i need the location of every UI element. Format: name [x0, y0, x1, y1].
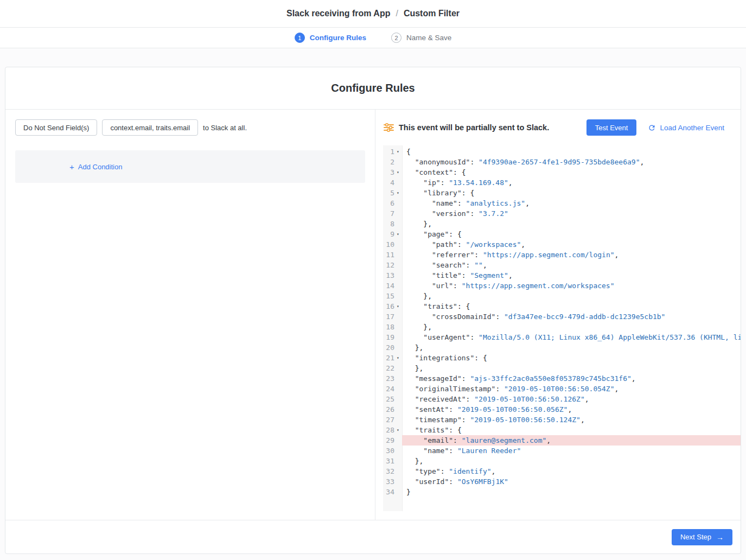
load-another-event-label: Load Another Event — [660, 124, 724, 132]
rules-panel: Do Not Send Field(s) context.email, trai… — [5, 110, 375, 520]
code-line-content: "receivedAt": "2019-05-10T00:56:50.126Z"… — [402, 394, 741, 404]
code-line-content: "path": "/workspaces", — [402, 239, 741, 250]
line-number: 22 — [383, 363, 394, 373]
code-line: 14 "url": "https://app.segment.com/works… — [383, 281, 741, 291]
fold-toggle-icon[interactable]: ▾ — [394, 301, 401, 311]
line-number: 25 — [383, 394, 394, 404]
code-line-content: }, — [402, 291, 741, 301]
fold-toggle-icon[interactable]: ▾ — [394, 188, 401, 198]
breadcrumb-separator: / — [396, 9, 398, 18]
rule-suffix-text: to Slack at all. — [203, 124, 247, 132]
code-line-content: "search": "", — [402, 260, 741, 270]
line-number-gutter: 14 — [383, 281, 402, 291]
code-line: 13 "title": "Segment", — [383, 270, 741, 281]
line-number: 9 — [383, 229, 394, 239]
code-line-content: "traits": { — [402, 301, 741, 311]
code-line-content: }, — [402, 322, 741, 332]
line-number: 10 — [383, 239, 394, 250]
load-another-event-button[interactable]: Load Another Event — [648, 124, 724, 132]
code-line-content: "page": { — [402, 229, 741, 239]
stepper: 1 Configure Rules 2 Name & Save — [0, 28, 746, 48]
code-line: 2 "anonymousId": "4f9390ae-2657-4fe1-9d9… — [383, 157, 741, 167]
code-line: 31 }, — [383, 456, 741, 466]
filter-icon — [384, 123, 394, 132]
do-not-send-fields-button[interactable]: Do Not Send Field(s) — [15, 119, 97, 136]
step-name-save[interactable]: 2 Name & Save — [391, 33, 451, 43]
line-number: 6 — [383, 198, 394, 208]
fold-toggle-icon[interactable]: ▾ — [394, 425, 401, 435]
line-number: 12 — [383, 260, 394, 270]
step-2-circle: 2 — [391, 33, 401, 43]
line-number: 24 — [383, 384, 394, 394]
fold-toggle-icon[interactable]: ▾ — [394, 229, 401, 239]
line-number: 18 — [383, 322, 394, 332]
line-number-gutter: 20 — [383, 342, 402, 353]
line-number: 11 — [383, 250, 394, 260]
page-title: Configure Rules — [5, 67, 741, 110]
line-number: 4 — [383, 177, 394, 188]
card-footer: Next Step → — [5, 520, 741, 553]
breadcrumb-parent[interactable]: Slack receiving from App — [286, 9, 390, 18]
code-line-highlighted: 29 "email": "lauren@segment.com", — [383, 435, 741, 446]
fold-toggle-icon[interactable]: ▾ — [394, 147, 401, 157]
code-line: 23 "messageId": "ajs-33ffc2ac0a550e8f053… — [383, 373, 741, 384]
line-number: 15 — [383, 291, 394, 301]
code-line: 32 "type": "identify", — [383, 466, 741, 476]
code-line-content: "referrer": "https://app.segment.com/log… — [402, 250, 741, 260]
line-number: 26 — [383, 404, 394, 415]
line-number-gutter: 11 — [383, 250, 402, 260]
code-line-content: }, — [402, 456, 741, 466]
line-number: 3 — [383, 167, 394, 177]
code-line-content: "timestamp": "2019-05-10T00:56:50.124Z", — [402, 415, 741, 425]
code-line: 16▾ "traits": { — [383, 301, 741, 311]
fields-list-button[interactable]: context.email, traits.email — [102, 119, 198, 136]
fold-toggle-icon[interactable]: ▾ — [394, 353, 401, 363]
configure-rules-card: Configure Rules Do Not Send Field(s) con… — [5, 67, 741, 554]
step-1-circle: 1 — [295, 33, 305, 43]
arrow-right-icon: → — [716, 533, 724, 541]
code-line: 9▾ "page": { — [383, 229, 741, 239]
fold-toggle-icon[interactable]: ▾ — [394, 167, 401, 177]
code-line-content: "ip": "13.54.169.48", — [402, 177, 741, 188]
line-number: 14 — [383, 281, 394, 291]
code-line: 5▾ "library": { — [383, 188, 741, 198]
line-number-gutter: 6 — [383, 198, 402, 208]
line-number-gutter: 30 — [383, 446, 402, 456]
code-line: 18 }, — [383, 322, 741, 332]
code-line-content: "anonymousId": "4f9390ae-2657-4fe1-9d95-… — [402, 157, 741, 167]
code-line-content: "originalTimestamp": "2019-05-10T00:56:5… — [402, 384, 741, 394]
line-number: 2 — [383, 157, 394, 167]
code-line: 10 "path": "/workspaces", — [383, 239, 741, 250]
event-preview-panel: This event will be partially sent to Sla… — [375, 110, 741, 520]
code-line: 21▾ "integrations": { — [383, 353, 741, 363]
code-editor[interactable]: 1▾{2 "anonymousId": "4f9390ae-2657-4fe1-… — [383, 145, 741, 511]
line-number: 19 — [383, 332, 394, 342]
line-number: 5 — [383, 188, 394, 198]
code-line: 33 "userId": "OsY6MFBj1K" — [383, 476, 741, 487]
next-step-button[interactable]: Next Step → — [672, 529, 732, 545]
breadcrumb: Slack receiving from App / Custom Filter — [286, 9, 460, 18]
line-number-gutter: 12 — [383, 260, 402, 270]
test-event-button[interactable]: Test Event — [586, 119, 637, 136]
code-line-content: "name": "analytics.js", — [402, 198, 741, 208]
top-bar: Slack receiving from App / Custom Filter — [0, 0, 746, 28]
rule-row: Do Not Send Field(s) context.email, trai… — [15, 119, 365, 136]
breadcrumb-current: Custom Filter — [404, 9, 460, 18]
line-number: 20 — [383, 342, 394, 353]
add-condition-button[interactable]: + Add Condition — [69, 163, 122, 171]
line-number-gutter: 23 — [383, 373, 402, 384]
code-line-content: "traits": { — [402, 425, 741, 435]
line-number: 13 — [383, 270, 394, 281]
code-line-content: "type": "identify", — [402, 466, 741, 476]
code-line: 28▾ "traits": { — [383, 425, 741, 435]
line-number: 30 — [383, 446, 394, 456]
line-number-gutter: 15 — [383, 291, 402, 301]
code-line-content: "title": "Segment", — [402, 270, 741, 281]
add-condition-label: Add Condition — [78, 163, 123, 171]
step-1-label: Configure Rules — [310, 34, 366, 42]
add-condition-area: + Add Condition — [15, 150, 365, 183]
code-line: 3▾ "context": { — [383, 167, 741, 177]
step-configure-rules[interactable]: 1 Configure Rules — [295, 33, 366, 43]
code-line: 30 "name": "Lauren Reeder" — [383, 446, 741, 456]
line-number: 32 — [383, 466, 394, 476]
